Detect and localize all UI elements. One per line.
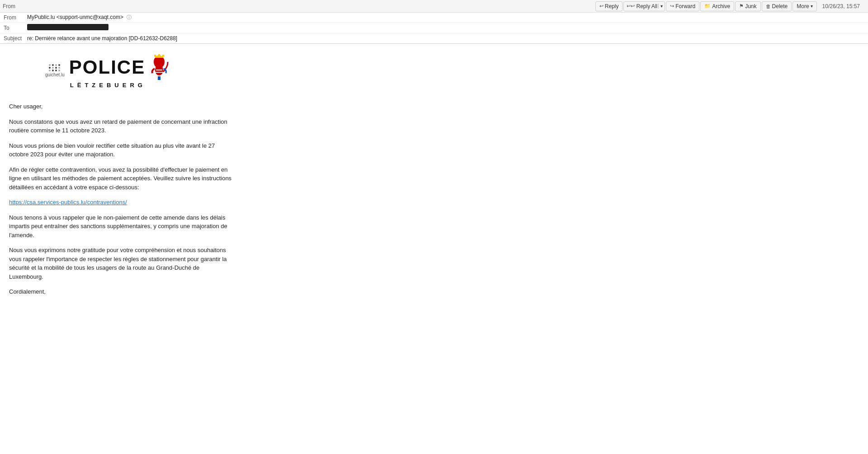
paragraph-5: Nous vous exprimons notre gratitude pour… bbox=[9, 246, 235, 281]
reply-icon: ↩ bbox=[599, 3, 604, 9]
guichet-dots bbox=[49, 64, 61, 71]
svg-rect-3 bbox=[154, 55, 156, 57]
lion-icon bbox=[148, 53, 170, 80]
reply-all-button[interactable]: ↩↩ Reply All ▾ bbox=[623, 1, 665, 11]
reply-all-icon: ↩↩ bbox=[627, 3, 635, 9]
archive-button[interactable]: 📁 Archive bbox=[700, 1, 734, 11]
svg-rect-8 bbox=[158, 76, 160, 80]
from-label-top: From bbox=[3, 3, 26, 9]
email-timestamp: 10/26/23, 15:57 bbox=[822, 3, 863, 9]
logo-area: guichet.lu POLICE bbox=[45, 53, 859, 89]
subject-value: re: Dernière relance avant une majoratio… bbox=[27, 35, 177, 42]
from-value: MyPublic.lu <support-unmc@xaqt.com> ⓘ bbox=[27, 14, 132, 21]
forward-label: Forward bbox=[675, 3, 695, 9]
paragraph-2: Nous vous prions de bien vouloir rectifi… bbox=[9, 141, 235, 159]
reply-all-label: Reply All bbox=[635, 3, 658, 9]
junk-label: Junk bbox=[745, 3, 756, 9]
email-body: guichet.lu POLICE bbox=[0, 44, 868, 450]
to-row: To bbox=[0, 23, 868, 33]
email-fields: From MyPublic.lu <support-unmc@xaqt.com>… bbox=[0, 13, 868, 43]
guichet-logo: guichet.lu bbox=[45, 64, 65, 77]
police-logo: POLICE bbox=[69, 53, 170, 89]
guichet-text: guichet.lu bbox=[45, 72, 65, 77]
greeting: Cher usager, bbox=[9, 102, 235, 111]
forward-icon: ↪ bbox=[670, 3, 674, 9]
dot bbox=[52, 64, 54, 66]
more-chevron-icon: ▾ bbox=[811, 4, 813, 9]
email-header: From ↩ Reply ↩↩ Reply All ▾ ↪ Forward 📁 … bbox=[0, 0, 868, 44]
reply-all-chevron-icon[interactable]: ▾ bbox=[658, 4, 665, 9]
more-button[interactable]: More ▾ bbox=[793, 1, 816, 11]
archive-label: Archive bbox=[712, 3, 730, 9]
delete-button[interactable]: 🗑 Delete bbox=[762, 1, 792, 11]
svg-rect-5 bbox=[162, 55, 164, 57]
from-label: From bbox=[4, 14, 27, 21]
reply-button[interactable]: ↩ Reply bbox=[595, 1, 623, 11]
forward-button[interactable]: ↪ Forward bbox=[666, 1, 699, 11]
to-address-redacted bbox=[27, 24, 108, 30]
dot bbox=[52, 70, 54, 71]
toolbar: ↩ Reply ↩↩ Reply All ▾ ↪ Forward 📁 Archi… bbox=[594, 1, 865, 11]
dot bbox=[55, 64, 57, 66]
svg-rect-4 bbox=[158, 54, 160, 57]
paragraph-4: Nous tenons à vous rappeler que le non-p… bbox=[9, 213, 235, 240]
to-value bbox=[27, 24, 108, 32]
toolbar-bar: From ↩ Reply ↩↩ Reply All ▾ ↪ Forward 📁 … bbox=[0, 0, 868, 13]
dot bbox=[58, 64, 60, 66]
closing: Cordialement, bbox=[9, 287, 235, 296]
delete-label: Delete bbox=[772, 3, 788, 9]
subject-row: Subject re: Dernière relance avant une m… bbox=[0, 33, 868, 43]
from-address: MyPublic.lu <support-unmc@xaqt.com> bbox=[27, 14, 123, 20]
email-body-text: Cher usager, Nous constatons que vous av… bbox=[9, 102, 235, 296]
contravention-link[interactable]: https://csa.services-publics.lu/contrave… bbox=[9, 199, 127, 206]
dot bbox=[49, 67, 51, 69]
dot bbox=[49, 70, 51, 71]
paragraph-3: Afin de régler cette contravention, vous… bbox=[9, 165, 235, 192]
from-info-icon[interactable]: ⓘ bbox=[127, 14, 132, 20]
reply-label: Reply bbox=[605, 3, 619, 9]
dot bbox=[55, 70, 57, 71]
from-row: From MyPublic.lu <support-unmc@xaqt.com>… bbox=[0, 13, 868, 23]
letzebuerg-text: LËTZEBUERG bbox=[70, 82, 146, 89]
subject-label: Subject bbox=[4, 35, 27, 42]
dot bbox=[58, 70, 60, 71]
link-paragraph: https://csa.services-publics.lu/contrave… bbox=[9, 198, 235, 207]
dot bbox=[52, 67, 54, 69]
to-label: To bbox=[4, 25, 27, 31]
paragraph-1: Nous constatons que vous avez un retard … bbox=[9, 117, 235, 135]
archive-icon: 📁 bbox=[704, 3, 711, 9]
junk-button[interactable]: ⚑ Junk bbox=[735, 1, 760, 11]
dot bbox=[58, 67, 60, 69]
junk-icon: ⚑ bbox=[739, 3, 744, 9]
dot bbox=[49, 64, 51, 66]
police-text: POLICE bbox=[69, 58, 145, 77]
delete-icon: 🗑 bbox=[766, 4, 771, 9]
dot bbox=[55, 67, 57, 69]
more-label: More bbox=[797, 3, 809, 9]
